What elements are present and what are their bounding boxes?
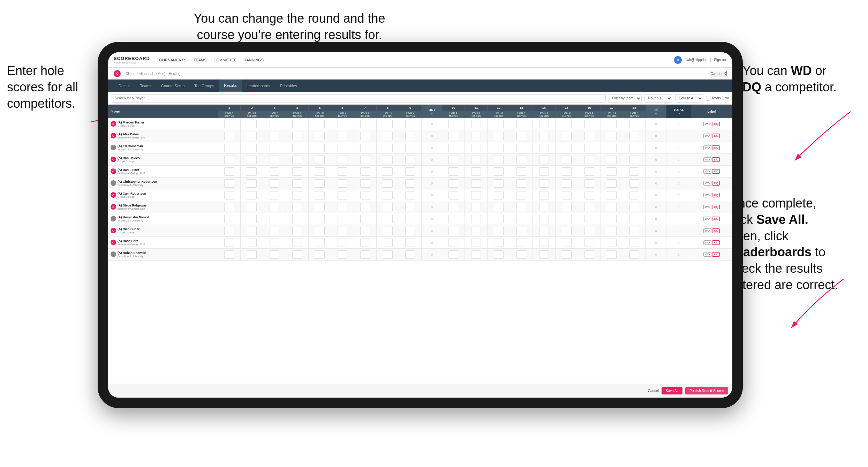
hole-12-input[interactable] xyxy=(494,250,504,259)
dq-button[interactable]: DQ xyxy=(712,240,720,245)
hole-8-input[interactable] xyxy=(383,120,393,128)
hole-13-input[interactable] xyxy=(516,227,526,235)
hole-7-input[interactable] xyxy=(360,250,370,259)
hole-1-input[interactable] xyxy=(224,179,234,188)
hole-3-input-cell[interactable] xyxy=(263,178,286,189)
hole-13-input[interactable] xyxy=(516,156,526,164)
hole-11-input[interactable] xyxy=(471,156,481,164)
hole-17-input[interactable] xyxy=(607,132,617,140)
wd-button[interactable]: WD xyxy=(703,252,711,257)
hole-9-input[interactable] xyxy=(405,239,415,247)
hole-3-input[interactable] xyxy=(270,179,279,188)
hole-11-input[interactable] xyxy=(471,215,481,223)
hole-5-input[interactable] xyxy=(315,156,325,164)
hole-11-input[interactable] xyxy=(471,250,481,259)
hole-14-input[interactable] xyxy=(539,203,549,211)
dq-button[interactable]: DQ xyxy=(712,169,720,174)
hole-4-input[interactable] xyxy=(292,215,302,223)
hole-3-input[interactable] xyxy=(270,132,279,140)
hole-14-input-cell[interactable] xyxy=(533,166,555,178)
hole-14-input[interactable] xyxy=(539,179,549,188)
hole-13-input-cell[interactable] xyxy=(510,166,533,178)
hole-12-input-cell[interactable] xyxy=(488,225,510,237)
hole-13-input[interactable] xyxy=(516,179,526,188)
hole-10-input-cell[interactable] xyxy=(442,225,465,237)
hole-14-input-cell[interactable] xyxy=(533,225,555,237)
tab-details[interactable]: Details xyxy=(114,80,135,92)
hole-9-input-cell[interactable] xyxy=(399,142,422,154)
hole-13-input[interactable] xyxy=(516,215,526,223)
hole-14-input-cell[interactable] xyxy=(533,178,555,189)
hole-18-input[interactable] xyxy=(629,156,639,164)
hole-18-input-cell[interactable] xyxy=(623,237,646,249)
hole-11-input[interactable] xyxy=(471,203,481,211)
hole-17-input[interactable] xyxy=(607,120,617,128)
hole-9-input-cell[interactable] xyxy=(399,225,422,237)
hole-15-input[interactable] xyxy=(562,144,572,152)
hole-12-input-cell[interactable] xyxy=(488,142,510,154)
hole-11-input-cell[interactable] xyxy=(465,118,488,130)
hole-9-input-cell[interactable] xyxy=(399,249,422,261)
round-select[interactable]: Round 1 xyxy=(644,94,672,103)
search-input[interactable] xyxy=(112,94,606,103)
hole-2-input-cell[interactable] xyxy=(241,249,263,261)
hole-10-input[interactable] xyxy=(448,227,458,235)
hole-2-input[interactable] xyxy=(247,179,257,188)
hole-7-input-cell[interactable] xyxy=(354,249,376,261)
hole-11-input-cell[interactable] xyxy=(465,166,488,178)
hole-11-input-cell[interactable] xyxy=(465,249,488,261)
hole-5-input-cell[interactable] xyxy=(309,201,331,213)
hole-1-input[interactable] xyxy=(224,239,234,247)
hole-12-input-cell[interactable] xyxy=(488,213,510,225)
hole-14-input-cell[interactable] xyxy=(533,130,555,142)
hole-6-input[interactable] xyxy=(338,227,347,235)
hole-11-input-cell[interactable] xyxy=(465,142,488,154)
hole-6-input-cell[interactable] xyxy=(331,237,354,249)
hole-15-input[interactable] xyxy=(562,156,572,164)
hole-4-input-cell[interactable] xyxy=(286,189,309,201)
hole-2-input[interactable] xyxy=(247,227,257,235)
hole-5-input-cell[interactable] xyxy=(309,166,331,178)
hole-10-input-cell[interactable] xyxy=(442,166,465,178)
sub-cancel-button[interactable]: Cancel X xyxy=(710,71,727,76)
hole-17-input[interactable] xyxy=(607,167,617,176)
hole-4-input[interactable] xyxy=(292,167,302,176)
hole-18-input-cell[interactable] xyxy=(623,154,646,166)
hole-17-input[interactable] xyxy=(607,179,617,188)
hole-7-input-cell[interactable] xyxy=(354,142,376,154)
hole-5-input[interactable] xyxy=(315,120,325,128)
tab-tee-groups[interactable]: Tee Groups xyxy=(189,80,219,92)
hole-14-input-cell[interactable] xyxy=(533,118,555,130)
hole-17-input[interactable] xyxy=(607,203,617,211)
hole-3-input-cell[interactable] xyxy=(263,130,286,142)
hole-17-input-cell[interactable] xyxy=(601,201,623,213)
hole-15-input[interactable] xyxy=(562,167,572,176)
hole-16-input[interactable] xyxy=(584,215,594,223)
hole-4-input[interactable] xyxy=(292,120,302,128)
hole-1-input[interactable] xyxy=(224,227,234,235)
hole-16-input-cell[interactable] xyxy=(578,154,601,166)
hole-17-input-cell[interactable] xyxy=(601,154,623,166)
hole-13-input-cell[interactable] xyxy=(510,154,533,166)
hole-10-input-cell[interactable] xyxy=(442,130,465,142)
dq-button[interactable]: DQ xyxy=(712,193,720,197)
hole-13-input-cell[interactable] xyxy=(510,201,533,213)
hole-8-input-cell[interactable] xyxy=(376,225,399,237)
hole-1-input-cell[interactable] xyxy=(218,237,241,249)
hole-2-input-cell[interactable] xyxy=(241,142,263,154)
hole-1-input-cell[interactable] xyxy=(218,178,241,189)
hole-13-input-cell[interactable] xyxy=(510,225,533,237)
hole-7-input-cell[interactable] xyxy=(354,166,376,178)
hole-17-input[interactable] xyxy=(607,215,617,223)
hole-15-input[interactable] xyxy=(562,239,572,247)
hole-6-input[interactable] xyxy=(338,120,347,128)
hole-18-input-cell[interactable] xyxy=(623,166,646,178)
hole-16-input-cell[interactable] xyxy=(578,118,601,130)
hole-14-input-cell[interactable] xyxy=(533,154,555,166)
hole-16-input-cell[interactable] xyxy=(578,189,601,201)
hole-18-input[interactable] xyxy=(629,203,639,211)
wd-button[interactable]: WD xyxy=(703,122,711,126)
hole-9-input-cell[interactable] xyxy=(399,201,422,213)
hole-10-input-cell[interactable] xyxy=(442,249,465,261)
hole-6-input-cell[interactable] xyxy=(331,130,354,142)
